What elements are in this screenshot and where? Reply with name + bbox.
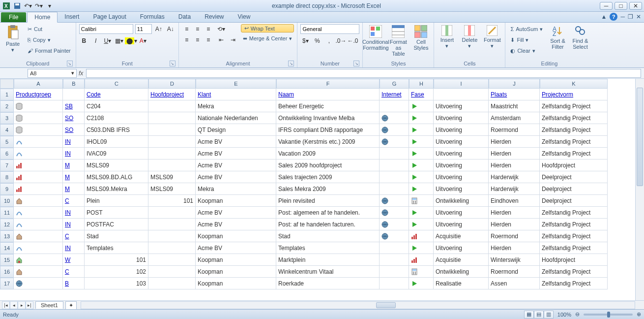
naam-cell[interactable]: Marktplein xyxy=(276,254,380,266)
plaats-cell[interactable]: Roermond xyxy=(489,124,540,136)
row-header-5[interactable]: 5 xyxy=(0,136,14,148)
format-as-table-button[interactable]: Format as Table xyxy=(388,24,408,58)
row-header-16[interactable]: 16 xyxy=(0,266,14,278)
klant-cell[interactable]: Acme BV xyxy=(196,160,276,171)
file-tab[interactable]: File xyxy=(1,12,26,22)
tab-nav-first[interactable]: |◂ xyxy=(2,301,10,309)
klant-cell[interactable]: Mekra xyxy=(196,183,276,195)
increase-font-icon[interactable]: A↑ xyxy=(154,24,164,34)
col-header-J[interactable]: J xyxy=(489,79,540,89)
save-icon[interactable] xyxy=(13,1,22,10)
internet-icon[interactable] xyxy=(380,219,409,230)
col-header-E[interactable]: E xyxy=(196,79,276,89)
fase-cell[interactable]: Uitvoering xyxy=(434,171,489,183)
cut-button[interactable]: ✂Cut xyxy=(26,24,73,34)
align-right-icon[interactable]: ≡ xyxy=(204,35,213,45)
fase-cell[interactable]: Acquisitie xyxy=(434,230,489,242)
row-header-11[interactable]: 11 xyxy=(0,207,14,219)
plaats-cell[interactable]: Roermond xyxy=(489,230,540,242)
code-cell[interactable]: POST xyxy=(85,207,148,219)
code-link[interactable]: SB xyxy=(63,100,85,112)
code-link[interactable]: C xyxy=(63,230,85,242)
header-cell[interactable]: Projectvorm xyxy=(540,89,608,100)
projectvorm-cell[interactable]: Zelfstandig Project xyxy=(540,219,608,230)
horizontal-scrollbar[interactable] xyxy=(81,301,635,309)
internet-icon[interactable] xyxy=(380,112,409,124)
row-header-17[interactable]: 17 xyxy=(0,278,14,289)
hoofdproject-cell[interactable]: 101 xyxy=(148,195,196,207)
code-cell[interactable]: MSLS09 xyxy=(85,160,148,171)
plaats-cell[interactable]: Maastricht xyxy=(489,100,540,112)
plaats-cell[interactable]: Roermond xyxy=(489,266,540,278)
col-header-H[interactable]: H xyxy=(409,79,434,89)
tab-nav-next[interactable]: ▸ xyxy=(18,301,26,309)
zoom-slider[interactable] xyxy=(584,314,633,316)
font-color-button[interactable]: A▾ xyxy=(138,36,148,46)
projectvorm-cell[interactable]: Zelfstandig Project xyxy=(540,124,608,136)
klant-cell[interactable]: Acme BV xyxy=(196,242,276,254)
projectvorm-cell[interactable]: Deelproject xyxy=(540,171,608,183)
italic-button[interactable]: I xyxy=(91,36,101,46)
hoofdproject-cell[interactable] xyxy=(148,160,196,171)
font-launcher[interactable]: ↘ xyxy=(170,61,176,66)
alignment-launcher[interactable]: ↘ xyxy=(288,61,294,66)
plaats-cell[interactable]: Harderwijk xyxy=(489,183,540,195)
align-bottom-icon[interactable]: ≡ xyxy=(204,24,213,34)
naam-cell[interactable]: IFRS compliant DNB rapportage xyxy=(276,124,380,136)
col-header-C[interactable]: C xyxy=(85,79,148,89)
klant-cell[interactable]: Mekra xyxy=(196,100,276,112)
format-painter-button[interactable]: 🖌Format Painter xyxy=(26,46,73,56)
naam-cell[interactable]: Vakantie (Kerstmis etc.) 2009 xyxy=(276,136,380,148)
clipboard-launcher[interactable]: ↘ xyxy=(67,61,73,66)
klant-cell[interactable]: Koopman xyxy=(196,266,276,278)
code-link[interactable]: W xyxy=(63,254,85,266)
row-header-9[interactable]: 9 xyxy=(0,183,14,195)
naam-cell[interactable]: Sales Mekra 2009 xyxy=(276,183,380,195)
naam-cell[interactable]: Roerkade xyxy=(276,278,380,289)
hoofdproject-cell[interactable] xyxy=(148,124,196,136)
hoofdproject-cell[interactable] xyxy=(148,266,196,278)
code-cell[interactable]: C2108 xyxy=(85,112,148,124)
code-cell[interactable]: Stad xyxy=(85,230,148,242)
minimize-button[interactable]: ─ xyxy=(600,2,613,10)
internet-icon[interactable] xyxy=(380,207,409,219)
projectvorm-cell[interactable]: Hoofdproject xyxy=(540,254,608,266)
undo-icon[interactable]: ↶▾ xyxy=(24,1,32,10)
borders-button[interactable]: ▦▾ xyxy=(115,36,124,46)
bold-button[interactable]: B xyxy=(79,36,89,46)
internet-icon[interactable] xyxy=(380,136,409,148)
fase-cell[interactable]: Uitvoering xyxy=(434,136,489,148)
plaats-cell[interactable]: Hierden xyxy=(489,242,540,254)
align-center-icon[interactable]: ≡ xyxy=(193,35,203,45)
fill-button[interactable]: ⬇ Fill ▾ xyxy=(508,35,545,45)
comma-format-icon[interactable]: , xyxy=(324,36,334,46)
internet-icon[interactable] xyxy=(380,124,409,136)
code-link[interactable]: IN xyxy=(63,219,85,230)
fase-cell[interactable]: Realisatie xyxy=(434,278,489,289)
doc-restore-icon[interactable]: ❐ xyxy=(628,13,633,20)
qat-customize-icon[interactable]: ▾ xyxy=(45,1,54,10)
paste-button[interactable]: Paste▾ xyxy=(3,24,23,54)
hoofdproject-cell[interactable] xyxy=(148,242,196,254)
naam-cell[interactable]: Sales 2009 hoofdproject xyxy=(276,160,380,171)
orientation-icon[interactable]: ⟲▾ xyxy=(216,24,226,34)
projectvorm-cell[interactable]: Hoofdproject xyxy=(540,160,608,171)
font-size-selector[interactable] xyxy=(135,24,152,34)
code-link[interactable]: IN xyxy=(63,207,85,219)
row-header-1[interactable]: 1 xyxy=(0,89,14,100)
header-cell[interactable]: Hoofdproject xyxy=(148,89,196,100)
header-cell[interactable]: Productgroep xyxy=(14,89,63,100)
klant-cell[interactable]: Acme BV xyxy=(196,171,276,183)
hoofdproject-cell[interactable] xyxy=(148,136,196,148)
code-link[interactable]: M xyxy=(63,171,85,183)
fase-cell[interactable]: Ontwikkeling xyxy=(434,195,489,207)
excel-icon[interactable]: X xyxy=(2,1,11,10)
insert-cells-button[interactable]: Insert▾ xyxy=(437,24,457,50)
tab-home[interactable]: Home xyxy=(27,12,58,23)
header-cell[interactable]: Plaats xyxy=(489,89,540,100)
projectvorm-cell[interactable]: Zelfstandig Project xyxy=(540,100,608,112)
align-left-icon[interactable]: ≡ xyxy=(182,35,192,45)
tab-nav-prev[interactable]: ◂ xyxy=(10,301,18,309)
row-header-7[interactable]: 7 xyxy=(0,160,14,171)
naam-cell[interactable]: Sales trajecten 2009 xyxy=(276,171,380,183)
